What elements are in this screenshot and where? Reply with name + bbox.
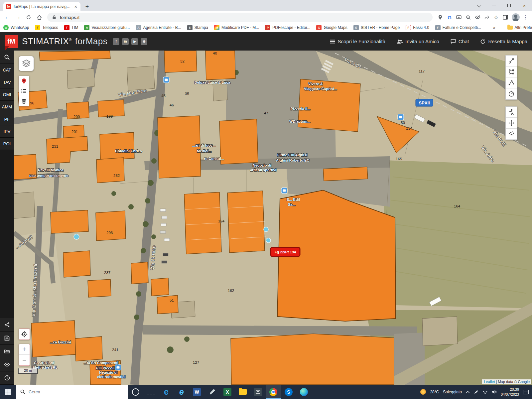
chrome-button[interactable] bbox=[266, 385, 281, 399]
save-map-button[interactable] bbox=[0, 332, 14, 345]
info-button[interactable] bbox=[0, 371, 14, 385]
sidebar-item-tav[interactable]: TAV bbox=[0, 76, 14, 88]
linkedin-icon[interactable]: in bbox=[122, 38, 129, 45]
tab-close-icon[interactable]: × bbox=[74, 4, 78, 10]
task-view-button[interactable] bbox=[143, 385, 159, 399]
bookmark-visualizzatore[interactable]: AVisualizzatore gratu... bbox=[84, 25, 130, 30]
refresh-button[interactable] bbox=[24, 13, 33, 22]
start-button[interactable] bbox=[0, 385, 16, 399]
zoom-in-button[interactable]: + bbox=[19, 344, 30, 355]
zoom-icon[interactable] bbox=[465, 14, 471, 20]
back-button[interactable]: ← bbox=[3, 13, 12, 22]
discover-features-button[interactable]: Scopri le Funzionalità bbox=[330, 39, 385, 44]
minimize-button[interactable] bbox=[486, 0, 501, 11]
action-center-icon[interactable] bbox=[523, 390, 529, 394]
leaflet-link[interactable]: Leaflet bbox=[484, 380, 495, 384]
bookmark-google-maps[interactable]: GGoogle Maps bbox=[316, 25, 347, 30]
pan-button[interactable] bbox=[506, 118, 517, 129]
sidebar-item-amm[interactable]: AMM bbox=[0, 101, 14, 113]
close-button[interactable]: × bbox=[517, 0, 532, 11]
sidebar-item-pf[interactable]: PF bbox=[0, 113, 14, 125]
add-marker-button[interactable] bbox=[19, 76, 29, 86]
cortana-button[interactable] bbox=[128, 385, 143, 399]
bookmark-agenzia-entrate[interactable]: AAgenzia Entrate - B... bbox=[136, 25, 181, 30]
profile-avatar[interactable] bbox=[512, 13, 520, 21]
browser-menu-icon[interactable]: ⋮ bbox=[523, 14, 528, 20]
sidebar-item-poi[interactable]: POI bbox=[0, 138, 14, 150]
map-canvas[interactable]: SPXII Fg 22/Pt 194 Via Don Erra Via Cere… bbox=[14, 51, 532, 385]
weather-desc[interactable]: Soleggiato bbox=[443, 390, 462, 394]
eraser-button[interactable] bbox=[506, 129, 517, 140]
file-explorer-button[interactable] bbox=[235, 385, 250, 399]
clock[interactable]: 20:39 04/07/2023 bbox=[501, 387, 519, 397]
share-icon[interactable] bbox=[484, 14, 490, 20]
skype-button[interactable]: S bbox=[281, 385, 296, 399]
google-icon[interactable]: G bbox=[447, 14, 453, 20]
measure-distance-button[interactable] bbox=[506, 56, 517, 66]
word-button[interactable]: W bbox=[189, 385, 204, 399]
edge-new-button[interactable] bbox=[296, 385, 312, 399]
bookmark-telepass[interactable]: TTelepass bbox=[35, 25, 58, 30]
network-icon[interactable] bbox=[482, 390, 488, 394]
measure-area-button[interactable] bbox=[506, 66, 517, 77]
new-tab-button[interactable]: + bbox=[82, 2, 92, 11]
tray-chevron-icon[interactable] bbox=[466, 391, 470, 393]
pen-app-button[interactable] bbox=[204, 385, 220, 399]
share-map-button[interactable] bbox=[0, 318, 14, 332]
sidebar-item-omi[interactable]: OMI bbox=[0, 88, 14, 101]
browser-tab[interactable]: fM forMaps | La mappa per navigar... × bbox=[3, 2, 80, 11]
bookmark-whatsapp[interactable]: WWhatsApp bbox=[3, 25, 29, 30]
measure-angle-button[interactable] bbox=[506, 77, 517, 88]
sidebar-item-cat[interactable]: CAT bbox=[0, 64, 14, 76]
weather-temp[interactable]: 28°C bbox=[430, 390, 439, 394]
address-bar[interactable]: formaps.it bbox=[47, 13, 433, 22]
hide-eye-icon[interactable] bbox=[474, 14, 480, 20]
bookmark-tim[interactable]: TTIM bbox=[64, 25, 78, 30]
bookmark-modificare-pdf[interactable]: MModificare PDF - M... bbox=[214, 25, 259, 30]
youtube-icon[interactable]: ▶ bbox=[131, 38, 138, 45]
other-favorites[interactable]: Altri Preferiti bbox=[507, 25, 532, 30]
formaps-logo[interactable]: fM bbox=[5, 35, 18, 48]
location-icon[interactable] bbox=[437, 14, 443, 20]
streetview-button[interactable] bbox=[506, 107, 517, 118]
taskbar-search-input[interactable] bbox=[29, 389, 108, 394]
layers-button[interactable] bbox=[19, 56, 34, 71]
restore-button[interactable] bbox=[501, 0, 517, 11]
measure-radius-button[interactable] bbox=[506, 88, 517, 99]
bookmark-sister[interactable]: SSISTER - Home Page bbox=[353, 25, 400, 30]
install-icon[interactable] bbox=[456, 14, 462, 20]
whatsapp-icon: W bbox=[3, 25, 9, 30]
mail-button[interactable] bbox=[250, 385, 266, 399]
bookmarks-overflow[interactable]: » bbox=[493, 25, 495, 30]
locate-button[interactable] bbox=[19, 329, 30, 340]
bookmark-fassi[interactable]: FFassi 4.0 bbox=[406, 25, 429, 30]
delete-button[interactable] bbox=[19, 96, 29, 106]
edge-button[interactable]: e bbox=[159, 385, 174, 399]
list-button[interactable] bbox=[19, 86, 29, 96]
bookmark-star-icon[interactable]: ☆ bbox=[493, 14, 499, 20]
taskbar-search[interactable] bbox=[16, 385, 128, 399]
internet-explorer-button[interactable]: e bbox=[174, 385, 189, 399]
invite-friend-button[interactable]: Invita un Amico bbox=[397, 39, 439, 44]
bookmark-stampa[interactable]: SStampa bbox=[187, 25, 208, 30]
zoom-out-button[interactable]: − bbox=[19, 355, 30, 365]
toolbar-actions: G ☆ ⋮ bbox=[436, 13, 529, 21]
bookmark-pdfescape[interactable]: PPDFescape - Editor... bbox=[265, 25, 310, 30]
excel-button[interactable]: X bbox=[220, 385, 235, 399]
forward-button[interactable]: → bbox=[13, 13, 23, 22]
selected-parcel-label[interactable]: Fg 22/Pt 194 bbox=[271, 247, 300, 256]
chat-button[interactable]: Chat bbox=[451, 39, 469, 44]
tab-search-chevron-icon[interactable] bbox=[471, 0, 486, 11]
open-folder-button[interactable] bbox=[0, 345, 14, 358]
volume-icon[interactable] bbox=[492, 390, 497, 394]
side-panel-icon[interactable] bbox=[502, 14, 508, 20]
search-button[interactable] bbox=[0, 51, 14, 64]
visibility-eye-button[interactable] bbox=[0, 358, 14, 371]
home-button[interactable] bbox=[35, 13, 44, 22]
reset-map-button[interactable]: Resetta la Mappa bbox=[480, 39, 527, 44]
tray-pen-icon[interactable] bbox=[474, 390, 478, 394]
bookmark-fatture[interactable]: FFatture e Corrispetti... bbox=[435, 25, 481, 30]
sidebar-item-ipv[interactable]: IPV bbox=[0, 125, 14, 138]
facebook-icon[interactable]: f bbox=[113, 38, 119, 45]
website-globe-icon[interactable]: ⊕ bbox=[141, 38, 147, 45]
